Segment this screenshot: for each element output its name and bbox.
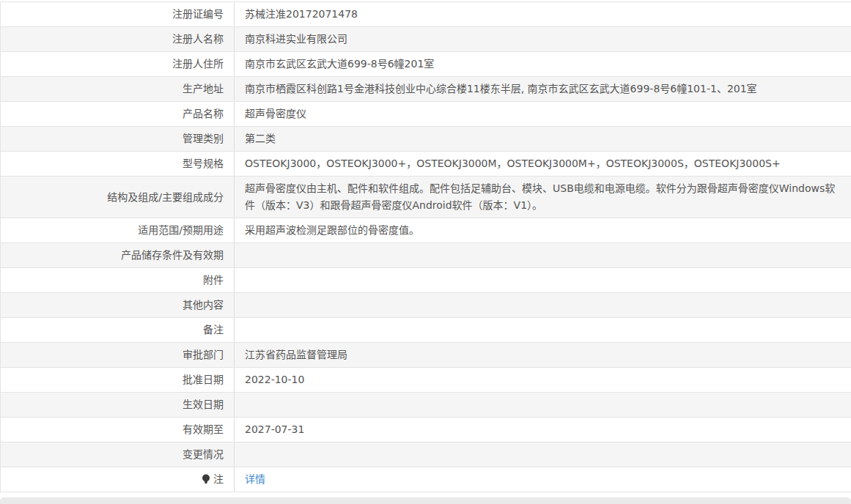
row-value: 采用超声波检测足跟部位的骨密度值。 [245,222,419,239]
detail-link[interactable]: 详情 [245,471,265,488]
row-label: 产品储存条件及有效期 [121,247,224,264]
row-label: 附件 [203,272,224,289]
row-label-cell: 注册人名称 [1,27,234,51]
row-label-cell: 型号规格 [1,152,234,176]
row-label-cell: 产品储存条件及有效期 [1,243,234,267]
row-label: 适用范围/预期用途 [138,222,224,239]
row-value-cell: 第二类 [234,127,851,151]
row-label-cell: 管理类别 [1,127,234,151]
row-value-cell [234,243,851,267]
table-row: 生效日期 [1,393,851,418]
row-value-cell: 采用超声波检测足跟部位的骨密度值。 [234,218,851,242]
row-value: 南京市栖霞区科创路1号金港科技创业中心综合楼11楼东半层, 南京市玄武区玄武大道… [245,81,757,97]
table-row: 结构及组成/主要组成成分 超声骨密度仪由主机、配件和软件组成。配件包括足辅助台、… [1,177,851,218]
row-value: 江苏省药品监督管理局 [245,346,347,363]
row-label-cell: 其他内容 [1,293,234,317]
row-value: 2027-07-31 [245,421,304,438]
row-value: 南京科进实业有限公司 [245,31,347,48]
row-label-cell: 注 [1,467,234,492]
row-label: 注 [213,471,224,488]
row-label: 生产地址 [183,81,224,97]
table-row: 注册人住所 南京市玄武区玄武大道699-8号6幢201室 [1,52,851,77]
row-value-cell: 2027-07-31 [234,418,851,442]
row-value: 第二类 [245,130,276,147]
table-row: 型号规格 OSTEOKJ3000，OSTEOKJ3000+，OSTEOKJ300… [1,152,851,177]
row-label-cell: 有效期至 [1,418,234,442]
row-value-cell: 苏械注准20172071478 [234,2,851,26]
table-row: 注 详情 [1,467,851,492]
row-value-cell: 超声骨密度仪由主机、配件和软件组成。配件包括足辅助台、模块、USB电缆和电源电缆… [234,177,851,218]
row-label: 生效日期 [183,396,224,413]
row-value: 超声骨密度仪 [245,105,306,122]
row-label: 变更情况 [183,446,224,463]
table-row: 备注 [1,318,851,343]
row-label-cell: 结构及组成/主要组成成分 [1,177,234,218]
row-value-cell [234,318,851,342]
table-row: 其他内容 [1,293,851,318]
row-label: 备注 [203,322,224,338]
row-label-cell: 注册人住所 [1,52,234,76]
row-label-cell: 生产地址 [1,77,234,101]
row-value-cell: 2022-10-10 [234,368,851,392]
table-row: 适用范围/预期用途 采用超声波检测足跟部位的骨密度值。 [1,218,851,243]
row-label: 有效期至 [183,421,224,438]
footer-bar [0,497,851,504]
row-value-cell [234,293,851,317]
row-value-cell [234,393,851,417]
table-row: 注册人名称 南京科进实业有限公司 [1,27,851,52]
row-label: 批准日期 [183,371,224,388]
row-value-cell: 南京市栖霞区科创路1号金港科技创业中心综合楼11楼东半层, 南京市玄武区玄武大道… [234,77,851,101]
table-row: 注册证编号 苏械注准20172071478 [1,2,851,27]
table-row: 附件 [1,268,851,293]
note-bulb-icon [202,474,210,485]
row-value: 超声骨密度仪由主机、配件和软件组成。配件包括足辅助台、模块、USB电缆和电源电缆… [245,180,841,214]
row-value-cell: 详情 [234,467,851,492]
row-label-cell: 批准日期 [1,368,234,392]
row-value-cell: OSTEOKJ3000，OSTEOKJ3000+，OSTEOKJ3000M，OS… [234,152,851,176]
row-label: 管理类别 [183,130,224,147]
row-label-cell: 适用范围/预期用途 [1,218,234,242]
row-value-cell: 江苏省药品监督管理局 [234,343,851,367]
row-label: 结构及组成/主要组成成分 [107,189,224,206]
table-row: 有效期至 2027-07-31 [1,418,851,442]
row-label-cell: 附件 [1,268,234,292]
row-value: 南京市玄武区玄武大道699-8号6幢201室 [245,56,434,73]
row-label-cell: 注册证编号 [1,2,234,26]
row-value-cell: 南京科进实业有限公司 [234,27,851,51]
registration-detail-table: 注册证编号 苏械注准20172071478 注册人名称 南京科进实业有限公司 注… [0,1,851,492]
table-row: 审批部门 江苏省药品监督管理局 [1,343,851,368]
row-label: 型号规格 [183,155,224,172]
table-row: 生产地址 南京市栖霞区科创路1号金港科技创业中心综合楼11楼东半层, 南京市玄武… [1,77,851,102]
table-row: 产品名称 超声骨密度仪 [1,102,851,127]
row-label: 注册人名称 [172,31,224,48]
row-label-cell: 备注 [1,318,234,342]
row-label: 注册人住所 [172,56,224,73]
row-value: 苏械注准20172071478 [245,6,358,23]
table-row: 产品储存条件及有效期 [1,243,851,268]
table-row: 管理类别 第二类 [1,127,851,152]
row-value-cell: 南京市玄武区玄武大道699-8号6幢201室 [234,52,851,76]
row-value-cell [234,268,851,292]
row-value-cell [234,442,851,467]
table-row: 批准日期 2022-10-10 [1,368,851,393]
row-label-cell: 变更情况 [1,442,234,467]
row-label: 其他内容 [183,297,224,314]
table-row: 变更情况 [1,442,851,467]
row-label-cell: 审批部门 [1,343,234,367]
row-label-cell: 生效日期 [1,393,234,417]
row-label: 审批部门 [183,346,224,363]
row-label-cell: 产品名称 [1,102,234,126]
row-value-cell: 超声骨密度仪 [234,102,851,126]
row-value: 2022-10-10 [245,371,304,388]
row-value: OSTEOKJ3000，OSTEOKJ3000+，OSTEOKJ3000M，OS… [245,155,781,172]
row-label: 产品名称 [183,105,224,122]
row-label: 注册证编号 [172,6,224,23]
